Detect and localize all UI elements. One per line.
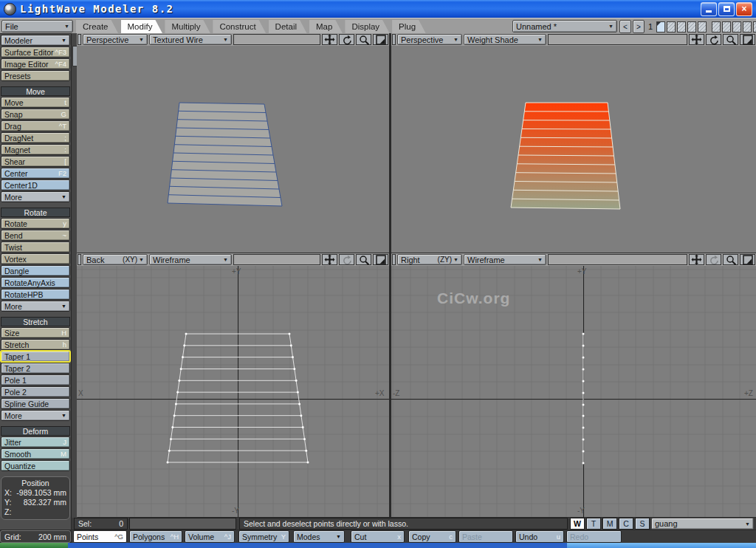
points-mode-button[interactable]: Points^G bbox=[73, 530, 127, 543]
magnet-tool-button[interactable]: Magnet: bbox=[1, 144, 70, 155]
smooth-tool-button[interactable]: SmoothM bbox=[1, 448, 70, 459]
layer-button-1[interactable] bbox=[656, 21, 665, 32]
layer-prev-button[interactable]: < bbox=[619, 20, 631, 33]
pole1-tool-button[interactable]: Pole 1 bbox=[1, 374, 70, 386]
view-type-dropdown[interactable]: Perspective▼ bbox=[397, 34, 462, 45]
viewport-titlebar-blank[interactable] bbox=[548, 34, 687, 45]
center1d-tool-button[interactable]: Center1D bbox=[1, 179, 70, 191]
layer-button-6[interactable] bbox=[712, 21, 721, 32]
zoom-icon[interactable] bbox=[723, 254, 738, 265]
vortex-tool-button[interactable]: Vortex bbox=[1, 253, 70, 264]
file-menu-button[interactable]: File ▼ bbox=[1, 20, 73, 32]
layer-button-2[interactable] bbox=[667, 21, 676, 32]
tab-construct[interactable]: Construct bbox=[213, 20, 266, 34]
drag-tool-button[interactable]: Drag^T bbox=[1, 120, 70, 131]
zoom-icon[interactable] bbox=[356, 34, 371, 45]
stretch-tool-button[interactable]: Stretchh bbox=[1, 339, 70, 350]
layer-button-9[interactable] bbox=[743, 21, 752, 32]
layer-button-4[interactable] bbox=[687, 21, 696, 32]
layer-button-8[interactable] bbox=[732, 21, 741, 32]
view-type-dropdown[interactable]: Back(XY)▼ bbox=[83, 254, 148, 265]
rotate-more-button[interactable]: More▼ bbox=[1, 301, 70, 312]
image-editor-button[interactable]: Image Editor ^F4 bbox=[1, 58, 70, 69]
titlebar[interactable]: LightWave Modeler 8.2 × bbox=[0, 0, 756, 18]
pan-icon[interactable] bbox=[689, 34, 704, 45]
presets-button[interactable]: Presets bbox=[1, 70, 70, 81]
modes-dropdown-button[interactable]: Modes▼ bbox=[293, 530, 345, 543]
viewport-back-wireframe[interactable]: +Y -Y X +X bbox=[77, 266, 389, 517]
volume-mode-button[interactable]: Volume^J bbox=[185, 530, 235, 543]
viewport-handle[interactable] bbox=[392, 254, 396, 265]
maximize-viewport-icon[interactable] bbox=[740, 34, 755, 45]
bend-tool-button[interactable]: Bend~ bbox=[1, 230, 70, 241]
tab-modify[interactable]: Modify bbox=[121, 20, 163, 34]
symmetry-button[interactable]: SymmetryY bbox=[238, 530, 289, 543]
move-more-button[interactable]: More▼ bbox=[1, 191, 70, 202]
layer-button-5[interactable] bbox=[698, 21, 707, 32]
zoom-icon[interactable] bbox=[356, 254, 371, 265]
tab-display[interactable]: Display bbox=[345, 20, 390, 34]
rotate-view-icon[interactable] bbox=[339, 34, 354, 45]
dangle-tool-button[interactable]: Dangle bbox=[1, 265, 70, 276]
tab-plug[interactable]: Plug bbox=[392, 20, 426, 34]
cut-button[interactable]: Cutx bbox=[351, 530, 405, 543]
view-type-dropdown[interactable]: Perspective▼ bbox=[83, 34, 148, 45]
vmap-selector-dropdown[interactable]: guang ▼ bbox=[651, 518, 754, 530]
shear-tool-button[interactable]: Shear[ bbox=[1, 156, 70, 167]
layer-button-7[interactable] bbox=[722, 21, 731, 32]
rotate-tool-button[interactable]: Rotatey bbox=[1, 218, 70, 229]
stretch-more-button[interactable]: More▼ bbox=[1, 410, 70, 421]
pan-icon[interactable] bbox=[322, 254, 337, 265]
tab-create[interactable]: Create bbox=[76, 20, 119, 34]
taper2-tool-button[interactable]: Taper 2 bbox=[1, 363, 70, 374]
vmap-texture-button[interactable]: T bbox=[586, 518, 601, 530]
vmap-color-button[interactable]: C bbox=[619, 518, 633, 530]
render-mode-dropdown[interactable]: Textured Wire▼ bbox=[149, 34, 232, 45]
copy-button[interactable]: Copyc bbox=[408, 530, 456, 543]
viewport-handle[interactable] bbox=[78, 34, 81, 45]
tab-map[interactable]: Map bbox=[309, 20, 343, 34]
tab-detail[interactable]: Detail bbox=[269, 20, 307, 34]
viewport-titlebar-blank[interactable] bbox=[233, 254, 320, 265]
maximize-viewport-icon[interactable] bbox=[740, 254, 755, 265]
tab-multiply[interactable]: Multiply bbox=[165, 20, 210, 34]
minimize-button[interactable] bbox=[701, 2, 717, 16]
maximize-viewport-icon[interactable] bbox=[373, 254, 388, 265]
quantize-tool-button[interactable]: Quantize bbox=[1, 460, 70, 471]
size-tool-button[interactable]: SizeH bbox=[1, 327, 70, 338]
snap-tool-button[interactable]: SnapG bbox=[1, 109, 70, 120]
vmap-morph-button[interactable]: M bbox=[602, 518, 617, 530]
undo-button[interactable]: Undou bbox=[515, 530, 564, 543]
center-tool-button[interactable]: CenterF2 bbox=[1, 168, 70, 179]
taper1-tool-button[interactable]: Taper 1 bbox=[1, 351, 70, 362]
view-type-dropdown[interactable]: Right(ZY)▼ bbox=[397, 254, 462, 265]
surface-editor-button[interactable]: Surface Editor ^F3 bbox=[1, 47, 70, 58]
object-selector-dropdown[interactable]: Unnamed * ▼ bbox=[512, 20, 617, 32]
maximize-button[interactable] bbox=[718, 2, 735, 16]
pan-icon[interactable] bbox=[689, 254, 704, 265]
viewport-handle[interactable] bbox=[392, 34, 396, 45]
viewport-titlebar-blank[interactable] bbox=[233, 34, 320, 45]
polygons-mode-button[interactable]: Polygons^H bbox=[129, 530, 182, 543]
layer-button-3[interactable] bbox=[677, 21, 686, 32]
viewport-right-wireframe[interactable]: CiCw.org +Y -Y -Z +Z bbox=[391, 266, 756, 517]
move-tool-button[interactable]: Movet bbox=[1, 97, 70, 108]
spline-guide-tool-button[interactable]: Spline Guide bbox=[1, 398, 70, 409]
vmap-selection-button[interactable]: S bbox=[635, 518, 650, 530]
viewport-perspective-weightshade[interactable] bbox=[391, 46, 756, 253]
modeler-menu-button[interactable]: Modeler ▼ bbox=[1, 35, 70, 46]
layer-button-10[interactable] bbox=[753, 21, 756, 32]
pole2-tool-button[interactable]: Pole 2 bbox=[1, 386, 70, 397]
viewport-titlebar-blank[interactable] bbox=[548, 254, 687, 265]
layer-next-button[interactable]: > bbox=[633, 20, 645, 33]
rotatehpb-tool-button[interactable]: RotateHPB bbox=[1, 289, 70, 300]
render-mode-dropdown[interactable]: Weight Shade▼ bbox=[464, 34, 546, 45]
rotateanyaxis-tool-button[interactable]: RotateAnyAxis bbox=[1, 277, 70, 288]
viewport-handle[interactable] bbox=[78, 254, 81, 265]
pan-icon[interactable] bbox=[322, 34, 337, 45]
jitter-tool-button[interactable]: JitterJ bbox=[1, 436, 70, 448]
maximize-viewport-icon[interactable] bbox=[373, 34, 388, 45]
vmap-weight-button[interactable]: W bbox=[570, 518, 585, 530]
zoom-icon[interactable] bbox=[723, 34, 738, 45]
viewport-perspective-textured[interactable] bbox=[77, 46, 389, 253]
